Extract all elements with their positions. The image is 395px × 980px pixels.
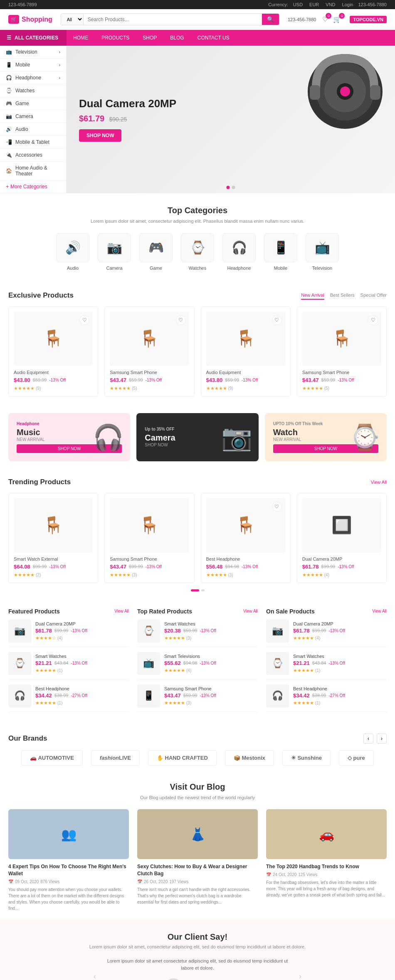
brand-fashion-live[interactable]: fashionLIVE <box>91 750 140 766</box>
currency-vnd[interactable]: VND <box>326 2 335 7</box>
trending-product-0[interactable]: 🪑 Smart Watch External $64.08 $99.99 -13… <box>8 493 98 583</box>
blog-post-2[interactable]: 🚗 The Top 2020 Handbag Trends to Know 📅 … <box>266 809 387 911</box>
category-watches[interactable]: ⌚ Watches <box>181 233 214 271</box>
sidebar-item-audio[interactable]: 🔊 Audio <box>0 123 66 136</box>
tab-best-sellers[interactable]: Best Sellers <box>330 291 355 300</box>
featured-product-1[interactable]: ⌚ Smart Watches $21.21 $43.84 -13% Off ★… <box>8 652 129 680</box>
category-television[interactable]: 📺 Television <box>306 233 339 271</box>
on-sale-product-0[interactable]: 📷 Dual Camera 20MP $61.78 $99.99 -13% Of… <box>266 620 387 647</box>
tablet-icon: 📲 <box>6 139 12 145</box>
trending-product-3[interactable]: 🔲 Dual Camera 20MP $61.78 $99.99 -13% Of… <box>297 493 387 583</box>
category-mobile[interactable]: 📱 Mobile <box>264 233 297 271</box>
exclusive-product-0[interactable]: 🪑 ♡ Audio Equipment $43.80 $59.99 -13% O… <box>8 306 98 396</box>
trending-stars-0: ★★★★★(2) <box>14 572 93 578</box>
nav-contact[interactable]: CONTACT US <box>191 30 236 46</box>
exclusive-product-2[interactable]: 🪑 ♡ Audio Equipment $43.80 $59.99 -13% O… <box>201 306 291 396</box>
trending-product-2[interactable]: 🪑 ♡ Best Headphone $56.48 $94.98 -13% Of… <box>201 493 291 583</box>
top-rated-product-1[interactable]: 📺 Smart Televisions $55.62 $94.98 -13% O… <box>137 652 258 680</box>
top-rated-product-2[interactable]: 📱 Samsung Smart Phone $43.47 $59.99 -13%… <box>137 685 258 712</box>
search-button[interactable]: 🔍 <box>262 14 279 25</box>
trending-product-1[interactable]: 🪑 Samsung Smart Phone $43.47 $99.99 -13%… <box>104 493 194 583</box>
top-rated-view-all[interactable]: View All <box>243 609 258 613</box>
featured-product-0[interactable]: 📷 Dual Camera 20MP $61.78 $99.99 -13% Of… <box>8 620 129 647</box>
wishlist-button[interactable]: ♡ 0 <box>322 15 328 23</box>
dot-2[interactable] <box>232 186 235 189</box>
watches-icon: ⌚ <box>6 88 12 94</box>
brands-next-btn[interactable]: › <box>377 734 387 744</box>
exclusive-product-3[interactable]: 🪑 ♡ Samsung Smart Phone $43.47 $59.99 -1… <box>297 306 387 396</box>
brand-automotive[interactable]: 🚗 AUTOMOTIVE <box>21 750 83 766</box>
category-camera[interactable]: 📷 Camera <box>98 233 131 271</box>
sidebar: 📺 Television › 📱 Mobile › 🎧 Headphone › … <box>0 46 67 193</box>
featured-header: Featured Products View All <box>8 608 129 615</box>
tab-new-arrival[interactable]: New Arrival <box>301 291 324 300</box>
main-nav: ☰ ALL CATEGORIES HOME PRODUCTS SHOP BLOG… <box>0 30 395 46</box>
carousel-dot-active[interactable] <box>191 589 199 591</box>
wishlist-btn-1[interactable]: ♡ <box>176 315 186 325</box>
promo-banner-headphone[interactable]: Headphone Music NEW ARRIVAL SHOP NOW 🎧 <box>8 413 130 461</box>
testimonial-next-btn[interactable]: › <box>299 972 301 980</box>
brand-hand-crafted[interactable]: ✋ HAND CRAFTED <box>148 750 217 766</box>
featured-product-2[interactable]: 🎧 Best Headphone $34.42 $38.99 -27% Off … <box>8 685 129 712</box>
search-category-select[interactable]: All <box>61 14 84 25</box>
cart-button[interactable]: 🛒 0 <box>333 15 341 23</box>
brands-prev-btn[interactable]: ‹ <box>363 734 373 744</box>
testimonial-title: Our Client Say! <box>8 932 387 942</box>
currency-eur[interactable]: EUR <box>309 2 319 7</box>
brand-mestonix[interactable]: 📦 Mestonix <box>225 750 274 766</box>
testimonial-prev-btn[interactable]: ‹ <box>94 972 96 980</box>
wishlist-btn-3[interactable]: ♡ <box>368 315 378 325</box>
category-game[interactable]: 🎮 Game <box>139 233 173 271</box>
sidebar-more-btn[interactable]: + More Categories <box>0 180 66 193</box>
blog-img-2: 🚗 <box>266 809 387 859</box>
promo-banner-camera[interactable]: Up to 35% OFF Camera SHOP NOW 📷 <box>136 413 258 461</box>
trending-name-3: Dual Camera 20MP <box>302 556 381 561</box>
sidebar-item-watches[interactable]: ⌚ Watches <box>0 84 66 97</box>
category-headphone[interactable]: 🎧 Headphone <box>222 233 256 271</box>
featured-view-all[interactable]: View All <box>114 609 129 613</box>
logo[interactable]: 🛒 Shopping <box>8 15 52 24</box>
sidebar-item-home-audio[interactable]: 🏠 Home Audio & Theater <box>0 162 66 180</box>
blog-post-1[interactable]: 👗 Sexy Clutches: How to Buy & Wear a Des… <box>137 809 258 911</box>
nav-blog[interactable]: BLOG <box>163 30 190 46</box>
nav-shop[interactable]: SHOP <box>136 30 163 46</box>
os-price-new-0: $61.78 <box>293 628 310 634</box>
all-categories-btn[interactable]: ☰ ALL CATEGORIES <box>0 30 67 46</box>
sidebar-label-television: Television <box>15 49 37 55</box>
search-input[interactable] <box>84 14 262 25</box>
tab-special-offer[interactable]: Special Offer <box>360 291 387 300</box>
shop-now-button[interactable]: SHOP NOW <box>79 129 121 142</box>
sidebar-item-television[interactable]: 📺 Television › <box>0 46 66 59</box>
exclusive-stars-3: ★★★★★(5) <box>302 385 381 391</box>
nav-home[interactable]: HOME <box>67 30 95 46</box>
on-sale-view-all[interactable]: View All <box>372 609 387 613</box>
brand-sunshine[interactable]: ☀ Sunshine <box>282 750 331 766</box>
on-sale-product-1[interactable]: ⌚ Smart Watches $21.21 $43.84 -13% Off ★… <box>266 652 387 680</box>
top-rated-product-0[interactable]: ⌚ Smart Watches $20.38 $59.99 -13% Off ★… <box>137 620 258 647</box>
sidebar-item-headphone[interactable]: 🎧 Headphone › <box>0 71 66 84</box>
on-sale-product-2[interactable]: 🎧 Best Headphone $34.42 $38.99 -27% Off … <box>266 685 387 712</box>
on-sale-prices-0: $61.78 $99.99 -13% Off <box>293 628 387 634</box>
trending-price-2: $56.48 $94.98 -13% Off <box>206 564 285 570</box>
blog-post-0[interactable]: 👥 4 Expert Tips On How To Choose The Rig… <box>8 809 129 911</box>
carousel-dot-inactive[interactable] <box>201 589 205 591</box>
exclusive-product-1[interactable]: 🪑 ♡ Samsung Smart Phone $43.47 $59.99 -1… <box>104 306 194 396</box>
trending-wishlist-2[interactable]: ♡ <box>272 502 282 512</box>
nav-products[interactable]: PRODUCTS <box>95 30 136 46</box>
brand-pure[interactable]: ◇ pure <box>339 750 374 766</box>
login-link[interactable]: Login <box>342 2 353 7</box>
currency-usd[interactable]: USD <box>293 2 303 7</box>
wishlist-btn-2[interactable]: ♡ <box>272 315 282 325</box>
sidebar-item-mobile[interactable]: 📱 Mobile › <box>0 59 66 71</box>
exclusive-price-row-1: $43.47 $59.99 -13% Off <box>110 377 189 383</box>
trending-view-all[interactable]: View All <box>371 480 387 485</box>
sidebar-item-camera[interactable]: 📷 Camera <box>0 110 66 123</box>
category-audio[interactable]: 🔊 Audio <box>56 233 89 271</box>
sidebar-item-accessories[interactable]: 🔌 Accessories <box>0 149 66 162</box>
sidebar-item-game[interactable]: 🎮 Game <box>0 97 66 110</box>
promo-banner-watch[interactable]: UPTO 10% Off This Week Watch NEW ARRIVAL… <box>265 413 387 461</box>
wishlist-btn-0[interactable]: ♡ <box>79 315 89 325</box>
dot-1[interactable] <box>227 186 230 189</box>
wishlist-badge: 0 <box>326 13 331 19</box>
sidebar-item-mobile-tablet[interactable]: 📲 Mobile & Tablet <box>0 136 66 149</box>
